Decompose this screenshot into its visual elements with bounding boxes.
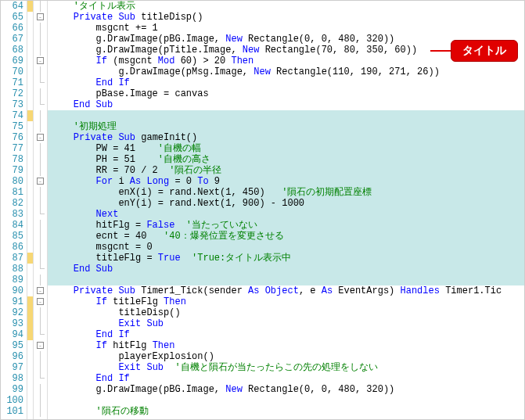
- fold-cell: [34, 198, 47, 209]
- code-line[interactable]: End Sub: [48, 99, 524, 110]
- line-number: 90: [1, 285, 23, 296]
- code-area[interactable]: 'タイトル表示 Private Sub titleDisp() msgcnt +…: [48, 1, 524, 419]
- code-line[interactable]: enX(i) = rand.Next(1, 450) '隕石の初期配置座標: [48, 187, 524, 198]
- code-line[interactable]: g.DrawImage(pTitle.Image, New Rectangle(…: [48, 45, 524, 56]
- fold-cell: [34, 154, 47, 165]
- code-line[interactable]: g.DrawImage(pBG.Image, New Rectangle(0, …: [48, 384, 524, 395]
- code-token: 'True:タイトル表示中: [192, 253, 291, 264]
- fold-toggle-icon[interactable]: -: [37, 287, 44, 294]
- code-line[interactable]: End If: [48, 329, 524, 340]
- change-marker-gutter: [27, 1, 34, 419]
- code-line[interactable]: pBase.Image = canvas: [48, 88, 524, 99]
- fold-cell: [34, 45, 47, 56]
- code-token: Rectangle(0, 0, 480, 320)): [243, 384, 394, 395]
- code-line[interactable]: End Sub: [48, 264, 524, 275]
- code-line[interactable]: RR = 70 / 2 '隕石の半径: [48, 165, 524, 176]
- code-token: True: [158, 253, 181, 264]
- change-marker: [27, 12, 33, 23]
- code-line[interactable]: hitFlg = False '当たっていない: [48, 220, 524, 231]
- code-token: titleFlg =: [51, 253, 158, 264]
- code-line[interactable]: msgcnt = 0: [48, 242, 524, 253]
- code-line[interactable]: titleDisp(): [48, 307, 524, 318]
- code-line[interactable]: Exit Sub '自機と隕石が当たったらこの先の処理をしない: [48, 362, 524, 373]
- code-line[interactable]: Private Sub gameInit(): [48, 132, 524, 143]
- fold-cell[interactable]: -: [34, 296, 47, 307]
- fold-cell[interactable]: -: [34, 340, 47, 351]
- code-line[interactable]: If hitFlg Then: [48, 340, 524, 351]
- code-line[interactable]: g.DrawImage(pMsg.Image, New Rectangle(11…: [48, 66, 524, 77]
- code-token: If: [96, 56, 107, 66]
- code-token: pBase.Image = canvas: [51, 88, 209, 99]
- fold-cell[interactable]: -: [34, 285, 47, 296]
- code-line[interactable]: [48, 275, 524, 285]
- code-token: PW = 41: [51, 143, 158, 154]
- code-token: '隕石の移動: [51, 406, 149, 417]
- code-line[interactable]: For i As Long = 0 To 9: [48, 176, 524, 187]
- fold-cell: [34, 351, 47, 362]
- code-token: End Sub: [74, 99, 113, 110]
- code-token: [51, 176, 96, 187]
- code-line[interactable]: '初期処理: [48, 121, 524, 132]
- code-line[interactable]: ecnt = 40 '40：爆発位置を変更させる: [48, 231, 524, 242]
- fold-toggle-icon[interactable]: -: [37, 134, 44, 141]
- code-line[interactable]: If (msgcnt Mod 60) > 20 Then: [48, 56, 524, 66]
- code-line[interactable]: Private Sub titleDisp(): [48, 12, 524, 23]
- fold-toggle-icon[interactable]: -: [37, 342, 44, 349]
- code-token: [51, 296, 96, 307]
- fold-cell[interactable]: -: [34, 132, 47, 143]
- fold-cell: [34, 384, 47, 395]
- change-marker: [27, 264, 33, 275]
- fold-cell[interactable]: -: [34, 176, 47, 187]
- line-number: 71: [1, 77, 23, 88]
- fold-cell[interactable]: -: [34, 56, 47, 66]
- fold-cell: [34, 77, 47, 88]
- code-line[interactable]: g.DrawImage(pBG.Image, New Rectangle(0, …: [48, 34, 524, 45]
- code-line[interactable]: PW = 41 '自機の幅: [48, 143, 524, 154]
- fold-toggle-icon[interactable]: -: [37, 57, 44, 64]
- fold-cell[interactable]: -: [34, 12, 47, 23]
- code-token: titleFlg: [107, 296, 164, 307]
- code-token: Rectangle(110, 190, 271, 26)): [271, 66, 440, 77]
- code-line[interactable]: msgcnt += 1: [48, 23, 524, 34]
- code-line[interactable]: Next: [48, 209, 524, 220]
- code-line[interactable]: [48, 395, 524, 406]
- fold-cell: [34, 395, 47, 406]
- code-line[interactable]: Exit Sub: [48, 318, 524, 329]
- code-token: titleDisp(): [51, 307, 181, 318]
- fold-cell: [34, 307, 47, 318]
- fold-toggle-icon[interactable]: -: [37, 298, 44, 305]
- code-token: [51, 373, 96, 384]
- line-number: 78: [1, 154, 23, 165]
- change-marker: [27, 307, 33, 318]
- code-line[interactable]: End If: [48, 77, 524, 88]
- line-number: 75: [1, 121, 23, 132]
- code-token: PH = 51: [51, 154, 158, 165]
- code-line[interactable]: [48, 110, 524, 121]
- code-line[interactable]: enY(i) = rand.Next(1, 900) - 1000: [48, 198, 524, 209]
- code-line[interactable]: 'タイトル表示: [48, 1, 524, 12]
- line-number: 101: [1, 406, 23, 417]
- line-number: 87: [1, 253, 23, 264]
- code-token: [174, 220, 185, 231]
- code-token: Private Sub: [51, 12, 135, 23]
- fold-cell: [34, 88, 47, 99]
- line-number: 98: [1, 373, 23, 384]
- code-line[interactable]: titleFlg = True 'True:タイトル表示中: [48, 253, 524, 264]
- fold-toggle-icon[interactable]: -: [37, 178, 44, 185]
- code-line[interactable]: PH = 51 '自機の高さ: [48, 154, 524, 165]
- code-token: Mod: [158, 56, 175, 66]
- code-line[interactable]: If titleFlg Then: [48, 296, 524, 307]
- code-token: Next: [96, 209, 119, 220]
- fold-cell: [34, 209, 47, 220]
- code-token: '40：爆発位置を変更させる: [164, 231, 284, 242]
- change-marker: [27, 176, 33, 187]
- change-marker: [27, 198, 33, 209]
- code-line[interactable]: End If: [48, 373, 524, 384]
- code-line[interactable]: playerExplosion(): [48, 351, 524, 362]
- code-line[interactable]: Private Sub Timer1_Tick(sender As Object…: [48, 285, 524, 296]
- change-marker: [27, 154, 33, 165]
- change-marker: [27, 373, 33, 384]
- fold-toggle-icon[interactable]: -: [37, 13, 44, 20]
- line-number: 76: [1, 132, 23, 143]
- code-line[interactable]: '隕石の移動: [48, 406, 524, 417]
